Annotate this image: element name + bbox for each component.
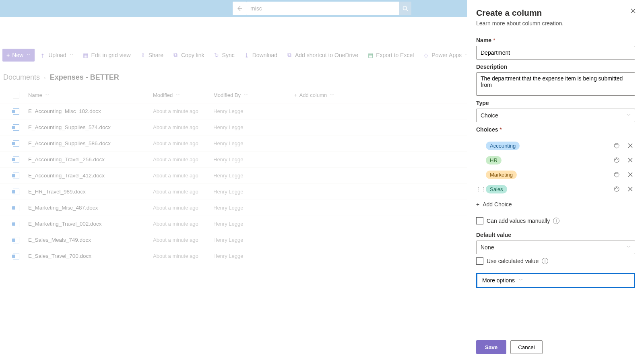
plus-icon: +: [294, 92, 297, 98]
palette-button[interactable]: [612, 155, 621, 165]
close-icon: [628, 172, 633, 177]
file-modified: About a minute ago: [153, 140, 213, 146]
name-input[interactable]: [476, 46, 635, 60]
download-button[interactable]: ⭳Download: [239, 49, 281, 62]
search-back-button[interactable]: [233, 2, 246, 15]
file-modified-by: Henry Legge: [213, 205, 294, 211]
file-name[interactable]: E_Sales_Travel_700.docx: [28, 253, 153, 259]
description-input[interactable]: The department that the expense item is …: [476, 72, 635, 96]
export-excel-button[interactable]: ▤Export to Excel: [363, 49, 418, 62]
plus-icon: +: [476, 201, 479, 208]
add-shortcut-button[interactable]: ⧉Add shortcut to OneDrive: [282, 49, 362, 62]
svg-line-1: [407, 10, 408, 11]
choice-pill[interactable]: HR: [486, 156, 502, 165]
file-name[interactable]: E_Accounting_Supplies_586.docx: [28, 140, 153, 146]
manual-values-checkbox[interactable]: [476, 217, 483, 224]
column-modified-by[interactable]: Modified By﹀: [213, 92, 294, 98]
calculated-value-checkbox[interactable]: [476, 257, 483, 265]
panel-subtitle[interactable]: Learn more about column creation.: [476, 20, 635, 27]
file-name[interactable]: E_Accounting_Travel_412.docx: [28, 173, 153, 179]
palette-button[interactable]: [612, 170, 621, 179]
upload-button[interactable]: ⭱Upload﹀: [35, 49, 77, 62]
add-choice-button[interactable]: + Add Choice: [476, 200, 635, 209]
sync-button[interactable]: ↻Sync: [209, 49, 239, 62]
default-value-select[interactable]: None ﹀: [476, 241, 635, 254]
new-button[interactable]: + New ﹀: [2, 49, 35, 62]
power-apps-button[interactable]: ◇Power Apps﹀: [419, 49, 473, 62]
chevron-down-icon: ﹀: [176, 93, 180, 98]
drag-handle-icon[interactable]: ⋮⋮: [476, 186, 482, 192]
file-modified: About a minute ago: [153, 253, 213, 259]
breadcrumb-root[interactable]: Documents: [3, 73, 40, 82]
copy-link-button[interactable]: ⧉Copy link: [168, 49, 208, 62]
word-doc-icon: [13, 237, 19, 243]
svg-point-16: [616, 187, 617, 188]
info-icon[interactable]: i: [542, 258, 548, 264]
choices-label: Choices: [476, 126, 635, 133]
file-modified-by: Henry Legge: [213, 156, 294, 162]
word-doc-icon: [13, 140, 19, 147]
word-doc-icon: [13, 173, 19, 179]
word-doc-icon: [13, 156, 19, 163]
word-doc-icon: [13, 124, 19, 131]
file-name[interactable]: E_Marketing_Misc_487.docx: [28, 205, 153, 211]
remove-choice-button[interactable]: [625, 184, 635, 194]
file-name[interactable]: E_Marketing_Travel_002.docx: [28, 221, 153, 227]
search-input[interactable]: [246, 2, 399, 15]
share-button[interactable]: ⇪Share: [136, 49, 167, 62]
svg-point-7: [615, 159, 616, 160]
chevron-down-icon: ﹀: [330, 93, 334, 98]
type-select[interactable]: Choice ﹀: [476, 109, 635, 122]
download-icon: ⭳: [244, 52, 250, 58]
calculated-value-label: Use calculated value: [487, 258, 539, 264]
palette-icon: [613, 186, 620, 192]
panel-footer: Save Cancel: [476, 332, 635, 354]
create-column-panel: Create a column Learn more about column …: [467, 0, 644, 362]
svg-point-8: [616, 158, 617, 159]
edit-grid-button[interactable]: ▦Edit in grid view: [78, 49, 135, 62]
choice-pill[interactable]: Marketing: [486, 171, 517, 179]
new-label: New: [12, 52, 23, 58]
svg-point-12: [616, 173, 617, 174]
column-modified[interactable]: Modified﹀: [153, 92, 213, 98]
column-name[interactable]: Name﹀: [28, 92, 153, 98]
file-type-header-icon: [13, 92, 19, 99]
remove-choice-button[interactable]: [625, 170, 635, 179]
file-modified: About a minute ago: [153, 189, 213, 195]
palette-button[interactable]: [612, 141, 621, 150]
file-name[interactable]: E_Sales_Meals_749.docx: [28, 237, 153, 243]
chevron-down-icon: ﹀: [627, 113, 631, 118]
file-modified-by: Henry Legge: [213, 221, 294, 227]
powerapps-icon: ◇: [423, 52, 429, 58]
svg-point-4: [616, 144, 617, 145]
file-name[interactable]: E_Accounting_Travel_256.docx: [28, 156, 153, 162]
chevron-down-icon: ﹀: [45, 93, 50, 98]
search-button[interactable]: [399, 2, 411, 15]
chevron-down-icon: ﹀: [244, 93, 248, 98]
word-doc-icon: [13, 253, 19, 259]
close-button[interactable]: [630, 8, 636, 14]
svg-point-3: [615, 144, 616, 145]
file-name[interactable]: E_Accounting_Misc_102.docx: [28, 108, 153, 114]
remove-choice-button[interactable]: [625, 141, 635, 150]
palette-icon: [613, 171, 620, 178]
choice-row: ⋮⋮Sales: [476, 182, 635, 196]
svg-point-13: [617, 173, 618, 174]
file-modified-by: Henry Legge: [213, 253, 294, 259]
file-name[interactable]: E_HR_Travel_989.docx: [28, 189, 153, 195]
search-region: [233, 2, 411, 15]
choice-pill[interactable]: Accounting: [486, 142, 520, 150]
choice-pill[interactable]: Sales: [486, 185, 507, 193]
more-options-button[interactable]: More options ﹀: [476, 273, 635, 288]
svg-point-15: [615, 188, 616, 189]
chevron-down-icon: ﹀: [627, 245, 631, 250]
palette-button[interactable]: [612, 184, 621, 194]
remove-choice-button[interactable]: [625, 155, 635, 165]
save-button[interactable]: Save: [476, 340, 506, 354]
file-name[interactable]: E_Accounting_Supplies_574.docx: [28, 124, 153, 130]
cancel-button[interactable]: Cancel: [510, 340, 543, 354]
info-icon[interactable]: i: [553, 218, 559, 224]
file-modified: About a minute ago: [153, 173, 213, 179]
chevron-down-icon: ﹀: [27, 52, 31, 58]
close-icon: [628, 143, 633, 148]
